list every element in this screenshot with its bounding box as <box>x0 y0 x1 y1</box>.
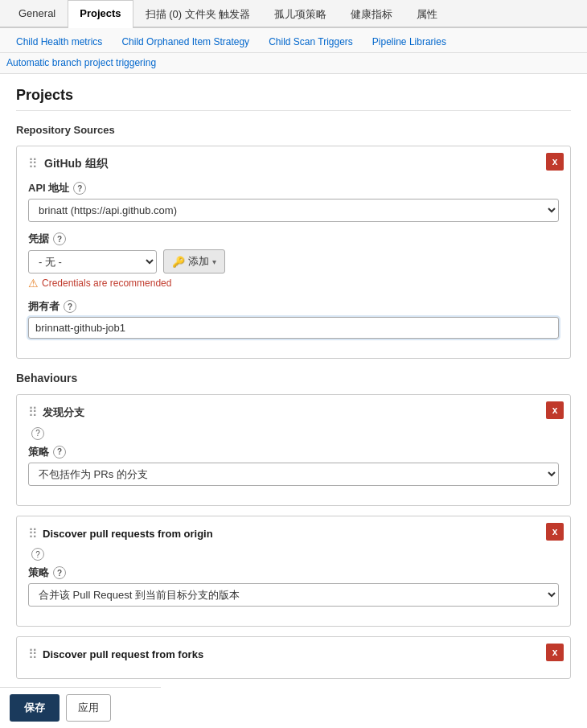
warning-icon: ⚠ <box>28 277 39 290</box>
drag-handle-behaviour2-icon[interactable]: ⠿ <box>28 526 38 541</box>
api-address-field: API 地址 ? brinatt (https://api.github.com… <box>28 181 559 222</box>
github-org-title: GitHub 组织 <box>44 157 108 171</box>
delete-prs-origin-button[interactable]: x <box>546 523 564 541</box>
credentials-label: 凭据 ? <box>28 232 559 246</box>
delete-discover-branches-button[interactable]: x <box>546 401 564 419</box>
credentials-warning: ⚠ Credentials are recommended <box>28 277 559 290</box>
discover-prs-forks-card: x ⠿ Discover pull request from forks <box>16 636 571 679</box>
card-header: ⠿ GitHub 组织 <box>28 156 559 171</box>
discover-prs-origin-help-icon[interactable]: ? <box>31 548 44 561</box>
discover-branches-title: 发现分支 <box>43 405 84 420</box>
discover-prs-forks-title: Discover pull request from forks <box>43 648 203 660</box>
sub-tab-auto-branch[interactable]: Automatic branch project triggering <box>6 57 156 68</box>
credentials-select[interactable]: - 无 - <box>28 250 157 274</box>
dropdown-arrow-icon: ▾ <box>212 257 216 266</box>
api-help-icon[interactable]: ? <box>73 182 86 195</box>
tab-health[interactable]: 健康指标 <box>339 0 404 28</box>
save-button[interactable]: 保存 <box>10 694 60 722</box>
tab-scan[interactable]: 扫描 (0) 文件夹 触发器 <box>133 0 263 28</box>
discover-branches-card: x ⠿ 发现分支 ? 策略 ? 不包括作为 PRs 的分支 <box>16 394 571 506</box>
api-address-select[interactable]: brinatt (https://api.github.com) <box>28 199 559 222</box>
credentials-help-icon[interactable]: ? <box>53 232 66 245</box>
discover-prs-origin-strategy-select[interactable]: 合并该 Pull Request 到当前目标分支的版本 <box>28 583 559 607</box>
discover-prs-origin-strategy-label: 策略 ? <box>28 566 559 580</box>
main-content: Projects Repository Sources x ⠿ GitHub 组… <box>0 74 587 728</box>
github-org-card: x ⠿ GitHub 组织 API 地址 ? brinatt (https://… <box>16 146 571 359</box>
discover-prs-origin-header: ⠿ Discover pull requests from origin <box>28 526 559 541</box>
top-tabs: General Projects 扫描 (0) 文件夹 触发器 孤儿项策略 健康… <box>0 0 587 28</box>
sub-tab-pipeline[interactable]: Pipeline Libraries <box>363 31 456 52</box>
owner-label: 拥有者 ? <box>28 299 559 314</box>
discover-branches-strategy-select[interactable]: 不包括作为 PRs 的分支 <box>28 463 559 486</box>
discover-branches-header: ⠿ 发现分支 <box>28 405 559 420</box>
discover-prs-origin-card: x ⠿ Discover pull requests from origin ?… <box>16 516 571 627</box>
owner-field: 拥有者 ? brinnatt-github-job1 <box>28 299 559 339</box>
drag-handle-icon[interactable]: ⠿ <box>28 156 38 171</box>
discover-branches-strategy-help-icon[interactable]: ? <box>53 446 66 459</box>
api-address-label: API 地址 ? <box>28 181 559 195</box>
sub-tabs-row2: Automatic branch project triggering <box>0 53 587 74</box>
discover-prs-origin-strategy-field: 策略 ? 合并该 Pull Request 到当前目标分支的版本 <box>28 566 559 607</box>
drag-handle-behaviour1-icon[interactable]: ⠿ <box>28 405 38 420</box>
discover-prs-origin-title: Discover pull requests from origin <box>43 528 213 540</box>
drag-handle-behaviour3-icon[interactable]: ⠿ <box>28 647 38 662</box>
discover-prs-forks-header: ⠿ Discover pull request from forks <box>28 647 559 662</box>
owner-help-icon[interactable]: ? <box>64 300 76 313</box>
repo-sources-title: Repository Sources <box>16 124 571 136</box>
footer-bar: 保存 应用 <box>0 687 161 728</box>
credentials-field: 凭据 ? - 无 - 🔑 添加 ▾ ⚠ Credentials are reco… <box>28 232 559 290</box>
page-title: Projects <box>16 87 571 111</box>
discover-branches-strategy-label: 策略 ? <box>28 445 559 459</box>
discover-prs-origin-strategy-help-icon[interactable]: ? <box>53 566 66 579</box>
discover-branches-strategy-field: 策略 ? 不包括作为 PRs 的分支 <box>28 445 559 486</box>
behaviours-title: Behaviours <box>16 372 571 385</box>
add-credentials-button[interactable]: 🔑 添加 ▾ <box>163 249 225 274</box>
credentials-row: - 无 - 🔑 添加 ▾ <box>28 249 559 274</box>
sub-tabs-row1: Child Health metrics Child Orphaned Item… <box>0 28 587 53</box>
delete-github-org-button[interactable]: x <box>546 153 564 171</box>
tab-orphan[interactable]: 孤儿项策略 <box>262 0 339 28</box>
tab-general[interactable]: General <box>6 0 68 28</box>
key-icon: 🔑 <box>172 256 185 268</box>
sub-tab-child-health[interactable]: Child Health metrics <box>6 31 112 52</box>
owner-input[interactable]: brinnatt-github-job1 <box>28 317 559 339</box>
tab-projects[interactable]: Projects <box>68 0 133 28</box>
delete-prs-forks-button[interactable]: x <box>546 644 564 661</box>
add-button-label: 添加 <box>188 254 209 269</box>
tab-properties[interactable]: 属性 <box>404 0 449 28</box>
sub-tab-child-orphaned[interactable]: Child Orphaned Item Strategy <box>112 31 259 52</box>
sub-tab-child-scan[interactable]: Child Scan Triggers <box>259 31 363 52</box>
apply-button[interactable]: 应用 <box>66 694 111 722</box>
discover-branches-help-icon[interactable]: ? <box>31 427 44 440</box>
